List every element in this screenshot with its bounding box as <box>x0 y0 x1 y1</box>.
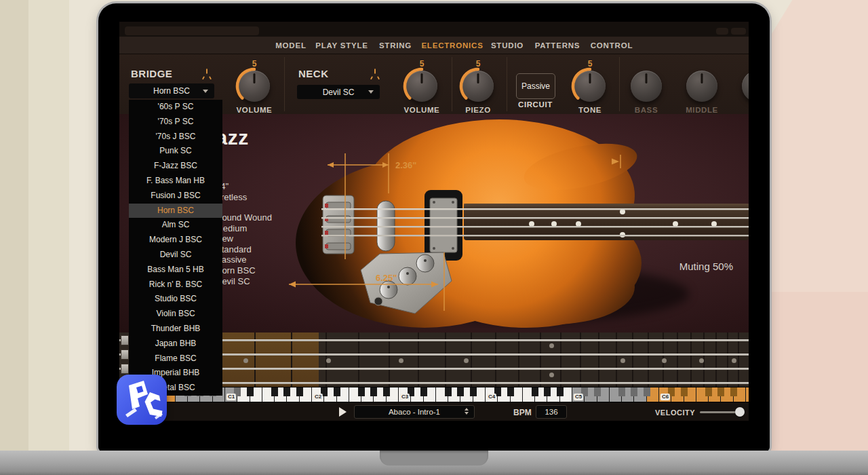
dropdown-option[interactable]: Modern J BSC <box>129 233 222 248</box>
knob-value: 5 <box>231 59 278 69</box>
knob-bass: BASS <box>623 59 670 114</box>
host-button[interactable] <box>716 28 728 35</box>
dropdown-option[interactable]: Alm SC <box>129 218 222 233</box>
piano-key-black[interactable] <box>507 387 514 396</box>
piano-key-black[interactable] <box>247 387 254 396</box>
fret-marker-dot <box>549 343 554 348</box>
knob-tone: 5TONE <box>566 59 614 114</box>
preset-selector[interactable]: Abaco - Intro-1 <box>354 405 475 419</box>
host-tab[interactable] <box>125 26 259 35</box>
dropdown-option[interactable]: Punk SC <box>129 144 222 159</box>
knob-dial[interactable] <box>406 71 437 102</box>
piano-key-black[interactable] <box>358 387 365 396</box>
piano-key-black[interactable] <box>271 387 278 396</box>
section-divider <box>507 57 507 111</box>
desk-background-strip <box>28 0 69 475</box>
knob-piezo: 5PIEZO <box>454 59 502 114</box>
bridge-power-button[interactable] <box>201 69 212 79</box>
measure-2-36: 2.36" <box>395 160 416 170</box>
velocity-thumb[interactable] <box>735 407 745 417</box>
section-divider <box>452 57 452 111</box>
fret-marker-dot <box>620 358 625 363</box>
piano-key-black[interactable] <box>370 387 377 396</box>
dropdown-option[interactable]: Thunder BHB <box>129 322 222 337</box>
fret-marker-dot <box>662 358 667 363</box>
play-button[interactable] <box>339 407 347 417</box>
fret-marker-dot <box>399 358 403 363</box>
knob-arc <box>403 67 441 105</box>
nut-block <box>121 335 129 345</box>
knob-dial[interactable] <box>462 71 494 102</box>
piano-key-black[interactable] <box>283 387 290 396</box>
dropdown-option[interactable]: F-Jazz BSC <box>129 159 222 174</box>
knob-value <box>678 59 726 69</box>
app-logo-overlay[interactable] <box>117 375 167 425</box>
neck-power-button[interactable] <box>370 69 380 79</box>
bpm-value-field[interactable]: 136 <box>536 405 567 419</box>
piano-key-black[interactable] <box>296 387 303 396</box>
menu-item-string[interactable]: STRING <box>379 41 412 50</box>
menu-item-control[interactable]: CONTROL <box>591 41 633 50</box>
piano-key-black[interactable] <box>644 387 650 396</box>
piano-key-black[interactable] <box>717 387 724 396</box>
dropdown-option[interactable]: Flame BSC <box>129 352 222 366</box>
dropdown-option[interactable]: Rick n' B. BSC <box>129 278 222 292</box>
velocity-label: VELOCITY <box>655 408 695 417</box>
dropdown-option[interactable]: '60s P SC <box>129 100 222 115</box>
neck-pickup-selector[interactable]: Devil SC <box>297 85 380 99</box>
menu-item-play-style[interactable]: PLAY STYLE <box>315 41 368 50</box>
preset-name: Abaco - Intro-1 <box>389 408 440 416</box>
dropdown-option[interactable]: '70s P SC <box>129 115 222 130</box>
piano-key-black[interactable] <box>557 387 564 396</box>
host-button[interactable] <box>731 28 746 35</box>
circuit-passive-button[interactable]: Passive <box>516 73 555 99</box>
piano-key-black[interactable] <box>681 387 688 396</box>
dropdown-option[interactable]: Japan BHB <box>129 337 222 352</box>
menu-item-model[interactable]: MODEL <box>275 41 307 50</box>
piano-key-black[interactable] <box>445 387 452 396</box>
octave-label-c1: C1 <box>226 394 236 400</box>
bridge-section-label: BRIDGE <box>131 68 172 79</box>
neck-pickup-value: Devil SC <box>323 88 355 97</box>
piano-key-black[interactable] <box>420 387 427 396</box>
dropdown-option[interactable]: Devil SC <box>129 248 222 263</box>
piano-key-black[interactable] <box>730 387 737 396</box>
piano-key-black[interactable] <box>618 387 625 396</box>
bridge-pickup-selector[interactable]: Horn BSC <box>129 83 214 98</box>
dropdown-option[interactable]: Horn BSC <box>129 204 222 218</box>
knob-dial[interactable] <box>239 71 270 102</box>
menu-item-patterns[interactable]: PATTERNS <box>535 41 580 50</box>
piano-key-black[interactable] <box>594 387 601 396</box>
piano-key-black[interactable] <box>457 387 464 396</box>
piano-key-black[interactable] <box>334 387 340 396</box>
preset-spinner-icon[interactable] <box>465 408 469 415</box>
knob-dial[interactable] <box>574 71 606 102</box>
dropdown-option[interactable]: '70s J BSC <box>129 130 222 145</box>
dropdown-option[interactable]: Fusion J BSC <box>129 189 222 204</box>
knob-dial[interactable] <box>631 71 662 102</box>
octave-label-c5: C5 <box>574 394 583 400</box>
velocity-slider[interactable] <box>700 406 745 417</box>
dropdown-option[interactable]: Studio BSC <box>129 292 222 307</box>
piano-key-black[interactable] <box>544 387 551 396</box>
piano-key-black[interactable] <box>532 387 538 396</box>
piano-key-black[interactable] <box>383 387 390 396</box>
dropdown-option[interactable]: Bass Man 5 HB <box>129 263 222 278</box>
dropdown-option[interactable]: F. Bass Man HB <box>129 174 222 189</box>
octave-label-c3: C3 <box>400 394 410 400</box>
knob-arc <box>459 67 497 105</box>
power-icon <box>370 69 380 79</box>
chevron-down-icon <box>203 90 208 93</box>
knob-dial[interactable] <box>742 71 749 102</box>
dropdown-option[interactable]: Violin BSC <box>129 307 222 322</box>
piano-key-black[interactable] <box>470 387 477 396</box>
piano-key-black[interactable] <box>705 387 712 396</box>
knob-middle: MIDDLE <box>678 59 726 114</box>
menu-item-electronics[interactable]: ELECTRONICS <box>421 41 483 50</box>
menu-item-studio[interactable]: STUDIO <box>491 41 524 50</box>
knob-dial[interactable] <box>686 71 717 102</box>
spec-line: Round Wound <box>216 212 272 223</box>
fret-marker-dot <box>243 358 248 363</box>
piano-key-white[interactable] <box>746 387 749 402</box>
piano-key-black[interactable] <box>631 387 637 396</box>
